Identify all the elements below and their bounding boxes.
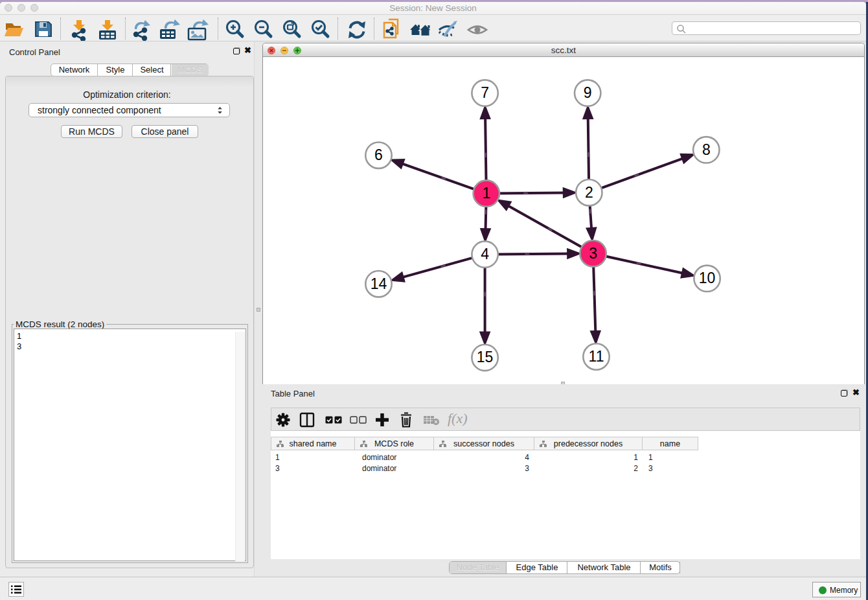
svg-text:4: 4	[481, 246, 489, 262]
svg-text:11: 11	[589, 348, 604, 365]
svg-text:7: 7	[481, 84, 489, 101]
svg-text:15: 15	[477, 349, 494, 365]
svg-text:10: 10	[699, 270, 716, 286]
svg-text:6: 6	[374, 146, 383, 163]
svg-text:8: 8	[702, 141, 711, 158]
svg-text:2: 2	[585, 184, 593, 201]
svg-text:3: 3	[589, 245, 597, 262]
svg-text:9: 9	[584, 84, 592, 101]
svg-text:14: 14	[371, 275, 387, 292]
svg-text:1: 1	[482, 185, 490, 202]
